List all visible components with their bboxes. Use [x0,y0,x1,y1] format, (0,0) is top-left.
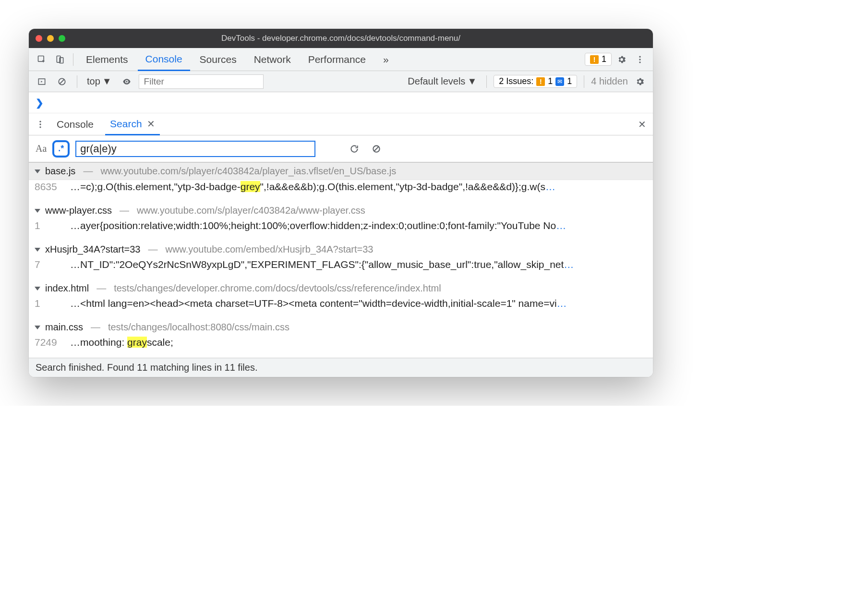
truncation-ellipsis: … [564,259,574,270]
warning-icon: ! [536,77,545,86]
log-levels-dropdown[interactable]: Default levels ▼ [405,76,480,87]
clear-search-icon[interactable] [368,141,385,157]
svg-point-9 [126,81,127,82]
result-file-path: tests/changes/localhost:8080/css/main.cs… [108,322,289,333]
result-match-row[interactable]: 8635…=c);g.O(this.element,"ytp-3d-badge-… [29,180,653,202]
result-file-path: www.youtube.com/s/player/c403842a/player… [100,166,396,177]
svg-point-5 [639,61,640,63]
issues-badge-top[interactable]: ! 1 [585,53,612,66]
line-number: 1 [35,298,63,309]
disclosure-triangle-icon[interactable] [35,326,40,329]
issues-badge-count: 1 [602,54,606,64]
drawer-tab-console[interactable]: Console [52,113,98,135]
svg-point-11 [39,123,41,125]
svg-line-14 [374,146,379,151]
result-file-path: www.youtube.com/s/player/c403842a/www-pl… [137,205,365,216]
inspect-icon[interactable] [34,51,50,68]
line-number: 7249 [35,337,63,348]
match-snippet: …NT_ID":"2OeQYs2rNcSnW8yxpLgD","EXPERIME… [70,259,574,270]
drawer-close-icon[interactable]: ✕ [638,119,646,130]
disclosure-triangle-icon[interactable] [35,287,40,291]
line-number: 8635 [35,181,63,193]
result-file-header[interactable]: index.html—tests/changes/developer.chrom… [29,280,653,297]
result-match-row[interactable]: 7…NT_ID":"2OeQYs2rNcSnW8yxpLgD","EXPERIM… [29,258,653,280]
search-input[interactable] [75,141,315,157]
search-toolbar: Aa .* [29,135,653,162]
regex-toggle[interactable]: .* [52,140,70,158]
window-title: DevTools - developer.chrome.com/docs/dev… [29,34,653,43]
console-toolbar: top ▼ Default levels ▼ 2 Issues: ! 1 ✉ 1… [29,71,653,92]
info-icon: ✉ [555,77,564,86]
live-expression-icon[interactable] [119,73,135,90]
tabs-overflow[interactable]: » [375,48,397,71]
result-file-name: www-player.css [45,205,112,216]
match-snippet: …moothing: grayscale; [70,337,173,348]
drawer-tab-search[interactable]: Search ✕ [105,114,160,135]
divider [584,75,584,88]
caret-down-icon: ▼ [467,76,477,87]
traffic-close-icon[interactable] [36,35,42,42]
device-toolbar-icon[interactable] [52,51,68,68]
toggle-sidebar-icon[interactable] [34,73,50,90]
refresh-icon[interactable] [346,141,362,157]
tab-performance[interactable]: Performance [301,48,374,71]
filter-input[interactable] [139,74,264,89]
line-number: 1 [35,220,63,231]
traffic-zoom-icon[interactable] [59,35,65,42]
truncation-ellipsis: … [557,298,567,309]
clear-console-icon[interactable] [54,73,70,90]
line-number: 7 [35,259,63,270]
console-prompt[interactable]: ❯ [29,92,653,113]
match-case-toggle[interactable]: Aa [36,143,47,154]
result-match-row[interactable]: 7249…moothing: grayscale; [29,336,653,358]
tab-elements[interactable]: Elements [78,48,136,71]
search-results: base.js—www.youtube.com/s/player/c403842… [29,162,653,358]
warning-icon: ! [590,55,599,64]
match-snippet: …=c);g.O(this.element,"ytp-3d-badge-grey… [70,181,555,193]
result-file-name: xHusjrb_34A?start=33 [45,244,140,255]
issues-summary[interactable]: 2 Issues: ! 1 ✉ 1 [494,75,577,88]
result-file-header[interactable]: www-player.css—www.youtube.com/s/player/… [29,202,653,219]
result-file-path: www.youtube.com/embed/xHusjrb_34A?start=… [165,244,373,255]
divider [486,75,487,88]
traffic-lights [36,35,65,42]
caret-down-icon: ▼ [102,76,112,87]
tab-sources[interactable]: Sources [192,48,244,71]
main-tabstrip: Elements Console Sources Network Perform… [29,48,653,71]
result-file-name: base.js [45,166,75,177]
tab-network[interactable]: Network [246,48,299,71]
kebab-menu-icon[interactable] [632,51,648,68]
context-dropdown[interactable]: top ▼ [84,76,115,87]
disclosure-triangle-icon[interactable] [35,209,40,213]
match-snippet: …<html lang=en><head><meta charset=UTF-8… [70,298,567,309]
drawer-kebab-icon[interactable] [36,116,45,133]
result-file-name: index.html [45,283,89,294]
svg-line-8 [60,79,64,84]
result-file-header[interactable]: base.js—www.youtube.com/s/player/c403842… [29,162,653,180]
match-highlight: grey [241,181,260,192]
svg-point-12 [39,126,41,128]
svg-point-10 [39,121,41,122]
search-status: Search finished. Found 11 matching lines… [29,358,653,377]
match-highlight: gray [127,337,147,348]
result-match-row[interactable]: 1…ayer{position:relative;width:100%;heig… [29,219,653,241]
hidden-count[interactable]: 4 hidden [591,76,628,87]
svg-point-4 [639,59,640,60]
divider [73,53,73,66]
svg-point-3 [639,56,640,57]
result-file-path: tests/changes/developer.chrome.com/docs/… [114,283,441,294]
truncation-ellipsis: … [545,181,555,192]
match-snippet: …ayer{position:relative;width:100%;heigh… [70,220,566,231]
disclosure-triangle-icon[interactable] [35,248,40,252]
tab-console[interactable]: Console [138,48,190,71]
close-tab-icon[interactable]: ✕ [147,118,155,130]
result-match-row[interactable]: 1…<html lang=en><head><meta charset=UTF-… [29,297,653,319]
titlebar: DevTools - developer.chrome.com/docs/dev… [29,29,653,48]
traffic-minimize-icon[interactable] [47,35,54,42]
devtools-window: DevTools - developer.chrome.com/docs/dev… [29,29,653,377]
disclosure-triangle-icon[interactable] [35,170,40,173]
result-file-header[interactable]: main.css—tests/changes/localhost:8080/cs… [29,319,653,336]
console-settings-gear-icon[interactable] [632,73,648,90]
result-file-header[interactable]: xHusjrb_34A?start=33—www.youtube.com/emb… [29,241,653,258]
settings-gear-icon[interactable] [614,51,630,68]
